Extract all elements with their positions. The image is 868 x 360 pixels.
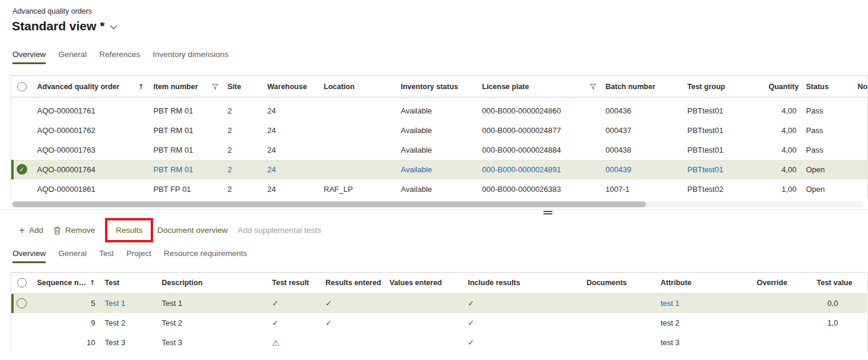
column-header-test-value[interactable]: Test value	[812, 272, 867, 293]
tab-references[interactable]: References	[99, 50, 140, 64]
selected-row-checkbox[interactable]: ✓	[17, 164, 27, 175]
column-header-status[interactable]: Status	[802, 76, 853, 97]
header-tab-strip: Overview General References Inventory di…	[12, 50, 868, 64]
cell-quantity: 4,00	[764, 101, 802, 121]
cell-aqo[interactable]: AQO-000001762	[33, 121, 149, 140]
cell-override	[752, 293, 812, 313]
cell-batch-number: 000436	[601, 101, 683, 121]
cell-values-entered	[385, 313, 463, 333]
add-icon: +	[19, 226, 25, 235]
row-checkbox[interactable]	[17, 298, 27, 308]
horizontal-scrollbar[interactable]	[11, 201, 863, 207]
table-row[interactable]: AQO-000001861 PBT FP 01 2 24 RAF_LP Avai…	[11, 179, 868, 199]
sort-ascending-icon[interactable]: ↑	[89, 279, 95, 287]
column-header-test[interactable]: Test	[100, 272, 157, 293]
check-icon: ✓	[468, 338, 475, 347]
cell-attribute-link[interactable]: test 1	[656, 293, 752, 313]
column-header-sequence-number[interactable]: Sequence nu...	[37, 279, 87, 287]
cell-status: Open	[802, 179, 853, 199]
column-header-license-plate[interactable]: License plate	[482, 83, 529, 91]
tab-general[interactable]: General	[58, 50, 87, 64]
cell-aqo[interactable]: AQO-000001861	[33, 179, 149, 199]
table-row[interactable]: AQO-000001761 PBT RM 01 2 24 Available 0…	[11, 101, 868, 121]
tab-tests-resource-requirements[interactable]: Resource requirements	[164, 249, 247, 263]
sort-ascending-icon[interactable]: ↑	[138, 83, 144, 91]
grid-splitter[interactable]	[0, 209, 868, 214]
results-button[interactable]: Results	[116, 226, 142, 235]
cell-test[interactable]: Test 3	[100, 333, 157, 352]
column-header-test-result[interactable]: Test result	[268, 272, 321, 293]
cell-site: 2	[223, 121, 263, 140]
table-row[interactable]: 10 Test 3 Test 3 ⚠ ✓ test 3	[11, 333, 867, 352]
column-header-include-results[interactable]: Include results	[463, 272, 582, 293]
column-header-warehouse[interactable]: Warehouse	[263, 76, 319, 97]
table-row[interactable]: AQO-000001763 PBT RM 01 2 24 Available 0…	[11, 140, 868, 160]
cell-license-plate-link[interactable]: 000-B000-0000024891	[478, 160, 601, 179]
chevron-down-icon[interactable]	[110, 25, 117, 30]
table-row-selected[interactable]: ✓ AQO-000001764 PBT RM 01 2 24 Available…	[11, 160, 868, 179]
splitter-handle-icon[interactable]	[543, 211, 552, 214]
cell-batch-number: 1007-1	[601, 179, 683, 199]
cell-license-plate: 000-B000-0000024860	[478, 101, 601, 121]
scrollbar-thumb[interactable]	[12, 201, 646, 207]
column-header-quantity[interactable]: Quantity	[764, 76, 802, 97]
cell-results-entered	[321, 333, 385, 352]
cell-description: Test 3	[157, 333, 268, 352]
cell-warehouse-link[interactable]: 24	[263, 160, 319, 179]
column-header-test-group[interactable]: Test group	[683, 76, 764, 97]
column-header-values-entered[interactable]: Values entered	[385, 272, 463, 293]
cell-test[interactable]: Test 2	[100, 313, 157, 333]
cell-item-link[interactable]: PBT RM 01	[149, 160, 223, 179]
add-button[interactable]: + Add	[19, 226, 43, 235]
cell-location: RAF_LP	[319, 179, 396, 199]
cell-site-link[interactable]: 2	[223, 160, 263, 179]
cell-test-group-link[interactable]: PBTtest01	[683, 160, 764, 179]
cell-test-link[interactable]: Test 1	[100, 293, 157, 313]
table-row[interactable]: AQO-000001762 PBT RM 01 2 24 Available 0…	[11, 121, 868, 140]
select-all-checkbox[interactable]	[17, 278, 27, 288]
column-header-results-entered[interactable]: Results entered	[321, 272, 385, 293]
column-header-item-number[interactable]: Item number	[154, 83, 198, 91]
tab-inventory-dimensions[interactable]: Inventory dimensions	[152, 50, 228, 64]
cell-values-entered	[385, 333, 463, 352]
column-header-override[interactable]: Override	[752, 272, 812, 293]
column-header-aqo[interactable]: Advanced quality order	[37, 83, 120, 91]
cell-status: Pass	[802, 140, 853, 160]
cell-sequence-number: 5	[33, 293, 100, 313]
document-overview-button[interactable]: Document overview	[157, 226, 228, 235]
cell-location	[319, 140, 396, 160]
cell-override	[752, 333, 812, 352]
select-all-checkbox[interactable]	[17, 82, 27, 91]
tab-tests-project[interactable]: Project	[126, 249, 151, 263]
column-header-inventory-status[interactable]: Inventory status	[396, 76, 478, 97]
cell-aqo[interactable]: AQO-000001764	[33, 160, 149, 179]
column-header-non[interactable]: Non	[853, 76, 868, 97]
tests-grid-viewport: Sequence nu...↑ Test Description Test re…	[11, 272, 868, 353]
cell-inventory-status-link[interactable]: Available	[396, 160, 478, 179]
tests-grid: Sequence nu...↑ Test Description Test re…	[11, 272, 867, 353]
column-header-site[interactable]: Site	[223, 76, 263, 97]
column-header-description[interactable]: Description	[157, 272, 268, 293]
cell-attribute: test 2	[656, 313, 752, 333]
cell-batch-number-link[interactable]: 000439	[601, 160, 683, 179]
cell-attribute: test 3	[656, 333, 752, 352]
cell-aqo[interactable]: AQO-000001761	[33, 101, 149, 121]
tab-tests-overview[interactable]: Overview	[12, 249, 46, 263]
check-icon: ✓	[272, 318, 279, 327]
cell-description: Test 1	[157, 293, 268, 313]
advanced-quality-orders-page: Advanced quality orders Standard view * …	[0, 7, 868, 352]
table-row-selected[interactable]: 5 Test 1 Test 1 ✓ ✓ ✓ test 1 0,0	[11, 293, 867, 313]
cell-aqo[interactable]: AQO-000001763	[33, 140, 149, 160]
cell-documents	[582, 333, 656, 352]
remove-button[interactable]: Remove	[53, 226, 95, 235]
table-row[interactable]: 9 Test 2 Test 2 ✓ ✓ ✓ test 2 1,0	[11, 313, 867, 333]
column-header-batch-number[interactable]: Batch number	[601, 76, 683, 97]
tab-tests-test[interactable]: Test	[99, 249, 114, 263]
column-header-documents[interactable]: Documents	[582, 272, 656, 293]
tab-overview[interactable]: Overview	[12, 50, 46, 64]
column-header-attribute[interactable]: Attribute	[656, 272, 752, 293]
column-header-location[interactable]: Location	[319, 76, 396, 97]
tab-tests-general[interactable]: General	[58, 249, 87, 263]
cell-license-plate: 000-B000-0000024884	[478, 140, 601, 160]
cell-site: 2	[223, 140, 263, 160]
